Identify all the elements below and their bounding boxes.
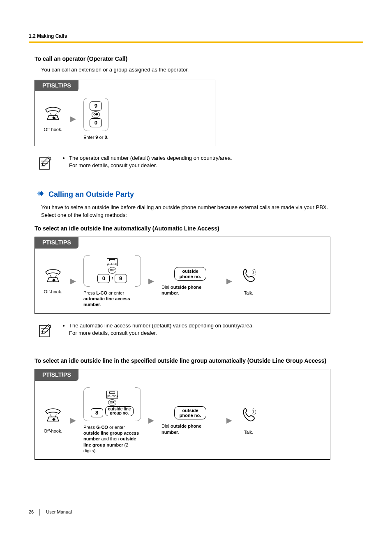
slash: / (111, 276, 113, 281)
arrow-icon: ▶ (70, 415, 76, 426)
or-badge: OR (108, 399, 116, 405)
outside-intro: You have to seize an outside line before… (41, 204, 363, 219)
section-header: 1.2 Making Calls (29, 33, 363, 40)
lco-icon: (L-CO) (107, 258, 118, 266)
talk-icon (240, 281, 258, 286)
step-offhook: Off-hook. (43, 127, 63, 132)
key-9: 9 (115, 274, 127, 283)
step-offhook: Off-hook. (43, 428, 63, 434)
or-badge: OR (108, 267, 116, 273)
operator-call-title: To call an operator (Operator Call) (35, 55, 363, 63)
page-number: 26 (29, 509, 40, 515)
step-gco: Press G-CO or enter outside line group a… (83, 424, 141, 454)
arrow-icon: ▶ (226, 415, 232, 426)
talk-icon (240, 420, 258, 425)
step-enter-9-0: Enter 9 or 0. (83, 134, 108, 140)
step-talk: Talk. (240, 290, 258, 296)
auto-line-diagram: PT/SLT/PS Off-hook. ▶ (L-CO) OR 0 / 9 Pr… (35, 237, 330, 313)
outside-line-group-pill: outside linegroup no. (105, 406, 134, 416)
outside-phone-pill: outsidephone no. (174, 406, 207, 419)
diamond-icon (35, 189, 45, 200)
key-group: 9 OR 0 (83, 98, 108, 131)
handset-icon (43, 419, 63, 424)
group-access-title: To select an idle outside line in the sp… (35, 357, 363, 365)
key-8: 8 (91, 408, 103, 417)
diagram-label: PT/SLT/PS (35, 369, 78, 381)
svg-point-1 (50, 325, 51, 326)
outside-phone-pill: outsidephone no. (174, 267, 207, 280)
key-0: 0 (90, 118, 102, 127)
arrow-icon: ▶ (148, 276, 154, 286)
page-footer: 26 User Manual (29, 509, 363, 515)
step-talk: Talk. (240, 429, 258, 435)
arrow-icon: ▶ (148, 415, 154, 426)
manual-label: User Manual (46, 509, 71, 514)
group-access-diagram: PT/SLT/PS Off-hook. ▶ (G-CO) OR 8 outsid… (35, 369, 330, 460)
outside-party-heading: Calling an Outside Party (35, 189, 363, 200)
or-badge: OR (92, 111, 100, 117)
key-group: (G-CO) OR 8 outside linegroup no. (83, 387, 141, 421)
note-text: The operator call number (default) varie… (69, 154, 232, 169)
svg-point-0 (50, 157, 51, 159)
step-lco: Press L-CO or enter automatic line acces… (83, 290, 141, 308)
note-icon (36, 322, 53, 342)
operator-diagram: PT/SLT/PS Off-hook. ▶ 9 OR 0 Enter 9 or … (35, 80, 215, 146)
key-group: (L-CO) OR 0 / 9 (83, 255, 141, 287)
header-rule (29, 41, 363, 43)
handset-icon (43, 117, 63, 122)
arrow-icon: ▶ (70, 114, 76, 124)
note-text: The automatic line access number (defaul… (69, 322, 254, 337)
auto-line-title: To select an idle outside line automatic… (35, 225, 363, 233)
step-offhook: Off-hook. (43, 289, 63, 295)
diagram-label: PT/SLT/PS (35, 80, 78, 92)
arrow-icon: ▶ (70, 276, 76, 286)
arrow-icon: ▶ (226, 276, 232, 286)
key-9: 9 (90, 101, 102, 111)
handset-icon (43, 279, 63, 284)
step-dial: Dial outside phone number. (161, 423, 219, 435)
diagram-label: PT/SLT/PS (35, 237, 78, 249)
gco-icon: (G-CO) (106, 391, 118, 398)
operator-note: The operator call number (default) varie… (36, 154, 363, 175)
step-dial: Dial outside phone number. (161, 284, 219, 296)
note-icon (36, 154, 53, 175)
auto-note: The automatic line access number (defaul… (36, 322, 363, 342)
key-0: 0 (97, 274, 110, 283)
operator-intro: You can call an extension or a group ass… (41, 66, 363, 74)
